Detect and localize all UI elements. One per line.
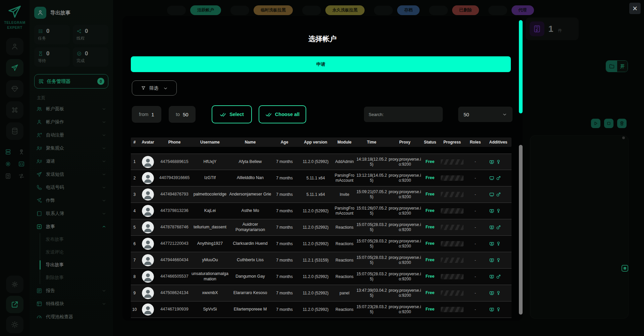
avatar-icon — [142, 303, 154, 316]
roles-cell: - — [466, 307, 485, 312]
module-cell: Reactions — [334, 258, 355, 263]
time-cell: 13:12:18(14.05.25) — [355, 173, 388, 183]
key-icon — [502, 241, 508, 246]
proxy-cell: proxy.proxyverse.io:9200 — [388, 272, 421, 282]
age-cell: 7 months — [272, 176, 297, 181]
progress-bar — [441, 208, 464, 214]
column-header: Phone — [158, 140, 191, 145]
age-cell: 7 months — [272, 291, 297, 296]
key-icon — [502, 175, 508, 181]
phone-cell: 447721220043 — [158, 241, 191, 246]
filter-label: 筛选 — [149, 85, 158, 91]
app-version-cell: 11.2.0 (52992) — [297, 225, 334, 230]
table-row[interactable]: 6447721220043Anything1927Clarksardin Hue… — [131, 236, 512, 252]
female-icon — [496, 241, 501, 246]
modal-scrollbar-thumb[interactable] — [519, 20, 523, 113]
app-version-cell: 5.11.1 x64 — [297, 192, 334, 197]
roles-cell: - — [466, 291, 485, 296]
app-version-cell: 5.11.1 x64 — [297, 176, 334, 181]
choose-all-button[interactable]: Choose all — [259, 105, 306, 123]
monitor-x-icon — [489, 225, 494, 230]
to-input[interactable]: to 50 — [169, 106, 196, 123]
avatar-icon — [142, 238, 154, 250]
row-number: 4 — [131, 209, 138, 214]
table-row[interactable]: 4447379813236KajLeiAsthe Mo7 months11.2.… — [131, 203, 512, 219]
table-row[interactable]: 24407943916665IzGTIfAlllelddlto Nan7 mon… — [131, 170, 512, 186]
roles-cell: - — [466, 274, 485, 279]
column-header: Module — [334, 140, 355, 145]
table-body: 1447546889615HfUxjYAfyta Bellew7 months1… — [131, 154, 512, 318]
key-icon — [502, 192, 508, 197]
key-icon — [502, 307, 508, 312]
monitor-icon — [489, 175, 494, 181]
name-cell: Andersonjameser Grie — [229, 192, 272, 197]
progress-bar — [441, 159, 464, 165]
avatar-icon — [142, 254, 154, 266]
close-window-button[interactable]: ✕ — [629, 3, 641, 14]
phone-cell: 447508624134 — [158, 290, 191, 296]
page-size-select[interactable]: 50 — [458, 107, 513, 122]
table-scrollbar-thumb[interactable] — [519, 145, 523, 315]
avatar-icon — [142, 287, 154, 299]
time-cell: 15:07:05(28.03.25) — [355, 222, 388, 232]
table-row[interactable]: 3447494876793palmettocoleridgeAndersonja… — [131, 186, 512, 203]
from-input[interactable]: from 1 — [132, 106, 161, 123]
app-version-cell: 11.2.0 (52992) — [297, 274, 334, 279]
progress-cell — [439, 258, 466, 263]
row-number: 7 — [131, 258, 138, 263]
row-number: 2 — [131, 176, 138, 181]
monitor-x-icon — [489, 274, 494, 279]
phone-cell: 447494876793 — [158, 192, 191, 197]
apply-button[interactable]: 申请 — [131, 56, 511, 72]
proxy-cell: proxy.proxyverse.io:9200 — [388, 222, 421, 232]
roles-cell: - — [466, 159, 485, 164]
male-icon — [496, 274, 501, 279]
search-input[interactable] — [369, 112, 438, 117]
table-row[interactable]: 5447878768746tellurium_dassentAuidrcer P… — [131, 219, 512, 236]
status-cell: Free — [421, 274, 439, 279]
dbl-check-icon — [265, 111, 272, 118]
select-button[interactable]: Select — [212, 105, 252, 123]
table-row[interactable]: 9447508624134xwxmbXElararraro Kesoso7 mo… — [131, 285, 512, 301]
table-row[interactable]: 7447944660434yMuuOuCuthbertx Liss7 month… — [131, 252, 512, 269]
row-number: 9 — [131, 291, 138, 296]
table-row[interactable]: 1447546889615HfUxjYAfyta Bellew7 months1… — [131, 154, 512, 170]
proxy-cell: proxy.proxyverse.io:9200 — [388, 239, 421, 249]
key-icon — [502, 258, 508, 263]
additives-cell — [485, 175, 512, 181]
progress-bar — [441, 175, 464, 181]
key-icon — [502, 192, 508, 197]
module-cell: AddAdmin — [334, 159, 355, 164]
avatar — [142, 156, 154, 168]
table-row[interactable]: 10447467190939SpVvSiEllartemporeee M7 mo… — [131, 301, 512, 318]
male-icon — [496, 192, 501, 197]
username-cell: tellurium_dassent — [191, 225, 229, 230]
progress-bar — [441, 274, 464, 279]
name-cell: Asthe Mo — [229, 208, 272, 214]
row-number: 3 — [131, 192, 138, 197]
double-check-icon — [220, 111, 226, 118]
roles-cell: - — [466, 176, 485, 181]
progress-bar — [441, 241, 464, 246]
monitor-icon — [489, 192, 494, 197]
progress-cell — [439, 225, 466, 230]
module-cell: Reactions — [334, 225, 355, 230]
key-icon — [502, 159, 508, 165]
additives-cell — [485, 274, 512, 279]
column-header: Time — [355, 140, 388, 145]
avatar-icon — [142, 271, 154, 283]
monitor-x-icon — [489, 274, 494, 279]
progress-bar — [441, 307, 464, 312]
female-icon — [496, 290, 501, 296]
dbl-check-icon — [220, 111, 226, 118]
filter-dropdown[interactable]: 筛选 — [132, 80, 177, 96]
proxy-cell: proxy.proxyverse.io:9200 — [388, 304, 421, 315]
select-account-modal: 选择帐户 申请 筛选 from 1 to 50 Select Choose al… — [122, 16, 523, 321]
roles-cell: - — [466, 192, 485, 197]
from-value: 1 — [151, 112, 154, 117]
age-cell: 7 months — [272, 258, 297, 263]
roles-cell: - — [466, 209, 485, 214]
progress-cell — [439, 241, 466, 246]
table-row[interactable]: 8447466505537unsaturationamalgamationDan… — [131, 269, 512, 285]
funnel-icon — [141, 86, 146, 91]
